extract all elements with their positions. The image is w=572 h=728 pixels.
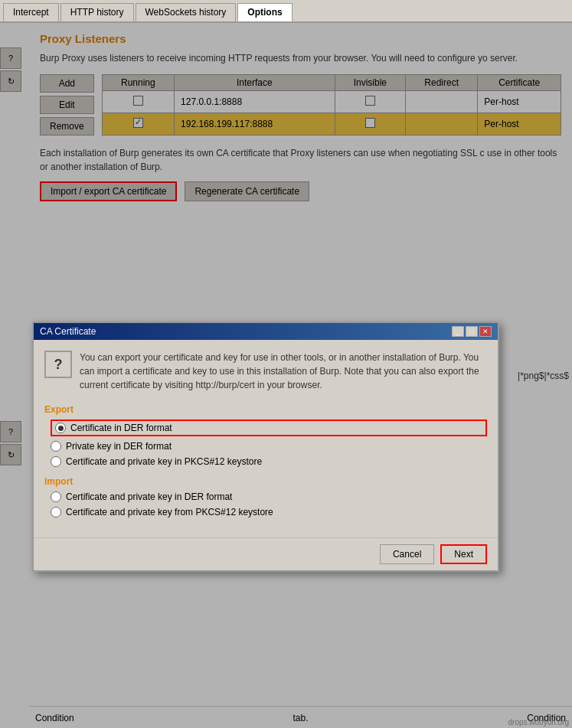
info-icon: ? <box>44 351 72 378</box>
radio-import-pkcs12[interactable] <box>51 507 61 517</box>
titlebar-buttons: _ □ ✕ <box>452 326 492 337</box>
import-option-der[interactable]: Certificate and private key in DER forma… <box>51 491 487 502</box>
dialog-body: ? You can export your certificate and ke… <box>34 340 498 537</box>
dialog-titlebar: CA Certificate _ □ ✕ <box>34 323 498 340</box>
radio-import-pkcs12-label: Certificate and private key from PKCS#12… <box>66 507 273 517</box>
dialog-info: ? You can export your certificate and ke… <box>44 351 487 392</box>
tab-websockets-history[interactable]: WebSockets history <box>136 3 237 21</box>
radio-der-key[interactable] <box>51 441 61 452</box>
import-option-pkcs12[interactable]: Certificate and private key from PKCS#12… <box>51 507 487 517</box>
close-button[interactable]: ✕ <box>479 326 492 337</box>
tab-http-history[interactable]: HTTP history <box>60 3 134 21</box>
dialog-info-text: You can export your certificate and key … <box>80 351 487 392</box>
import-radio-group: Certificate and private key in DER forma… <box>44 491 487 517</box>
export-option-der-cert[interactable]: Certificate in DER format <box>51 419 487 436</box>
export-option-der-key[interactable]: Private key in DER format <box>51 441 487 452</box>
radio-pkcs12-label: Certificate and private key in PKCS#12 k… <box>66 456 262 467</box>
import-label: Import <box>44 476 487 487</box>
dialog-title: CA Certificate <box>40 326 96 337</box>
ca-certificate-dialog: CA Certificate _ □ ✕ ? You can export yo… <box>32 322 499 572</box>
radio-der-key-label: Private key in DER format <box>66 441 172 452</box>
tab-bar: Intercept HTTP history WebSockets histor… <box>0 0 572 23</box>
radio-pkcs12[interactable] <box>51 456 61 467</box>
export-radio-group: Certificate in DER format Private key in… <box>44 419 487 467</box>
minimize-button[interactable]: _ <box>452 326 464 337</box>
export-option-pkcs12[interactable]: Certificate and private key in PKCS#12 k… <box>51 456 487 467</box>
cancel-button[interactable]: Cancel <box>380 544 434 564</box>
radio-import-der-label: Certificate and private key in DER forma… <box>66 491 232 502</box>
tab-intercept[interactable]: Intercept <box>3 3 59 21</box>
main-content: ? ↻ Proxy Listeners Burp Proxy uses list… <box>0 23 572 728</box>
radio-import-der[interactable] <box>51 491 61 502</box>
dialog-footer: Cancel Next <box>34 537 498 570</box>
next-button[interactable]: Next <box>440 544 487 564</box>
export-label: Export <box>44 404 487 415</box>
export-section: Export Certificate in DER format Private… <box>44 404 487 467</box>
radio-der-cert[interactable] <box>55 423 66 433</box>
tab-options[interactable]: Options <box>237 3 292 21</box>
import-section: Import Certificate and private key in DE… <box>44 476 487 517</box>
radio-der-cert-label: Certificate in DER format <box>70 423 172 433</box>
maximize-button[interactable]: □ <box>466 326 478 337</box>
